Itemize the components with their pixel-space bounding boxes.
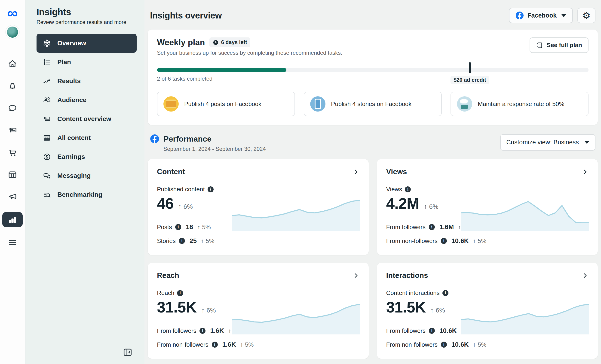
weekly-plan-card: Weekly plan 6 days left Set your busines… bbox=[148, 29, 598, 125]
metric-delta: ↑6% bbox=[178, 202, 192, 211]
trend-up-icon: ↑ bbox=[228, 327, 231, 335]
planner-table-icon[interactable] bbox=[7, 169, 19, 181]
metric-label: Content interactions bbox=[386, 289, 440, 297]
trend-up-icon: ↑ bbox=[473, 341, 476, 348]
notebook-icon bbox=[536, 42, 543, 49]
info-icon[interactable]: i bbox=[441, 238, 447, 244]
performance-header: Performance September 1, 2024 - Septembe… bbox=[148, 134, 598, 152]
performance-cards-grid: Content Published content i 46 ↑6% Posts… bbox=[148, 159, 598, 364]
sidebar-item-label: Overview bbox=[57, 39, 86, 47]
trend-up-icon: ↑ bbox=[424, 202, 427, 211]
performance-title: Performance bbox=[163, 134, 211, 144]
sidebar-item-label: Audience bbox=[57, 96, 86, 104]
metric-value: 46 bbox=[157, 195, 173, 212]
sparkline-chart bbox=[461, 194, 589, 231]
settings-gear-icon[interactable]: ⚙ bbox=[577, 8, 595, 23]
info-icon[interactable]: i bbox=[175, 224, 181, 230]
info-icon[interactable]: i bbox=[200, 328, 205, 334]
info-icon[interactable]: i bbox=[212, 342, 218, 348]
chevron-right-icon[interactable] bbox=[581, 168, 589, 175]
sidebar-item-label: Benchmarking bbox=[57, 191, 102, 198]
insights-sidebar: Insights Review performance results and … bbox=[25, 0, 144, 364]
sidebar-item-all-content[interactable]: All content bbox=[37, 128, 137, 147]
sidebar-item-overview[interactable]: Overview bbox=[37, 34, 137, 53]
sidebar-item-earnings[interactable]: Earnings bbox=[37, 147, 137, 166]
ads-megaphone-icon[interactable] bbox=[7, 191, 19, 203]
sidebar-item-label: Plan bbox=[57, 58, 71, 66]
metric-value: 31.5K bbox=[386, 298, 426, 316]
weekly-progress: 2 of 6 tasks completed $20 ad credit bbox=[157, 68, 589, 82]
posts-cards-icon[interactable] bbox=[7, 124, 19, 136]
ad-credit-label: $20 ad credit bbox=[450, 76, 489, 84]
meta-logo-icon: ∞ bbox=[7, 6, 18, 20]
sub-metric-row: From non-followersi 10.6K ↑5% bbox=[386, 341, 589, 348]
sidebar-item-audience[interactable]: Audience bbox=[37, 91, 137, 109]
info-icon[interactable]: i bbox=[441, 342, 447, 348]
card-title: Views bbox=[386, 167, 407, 176]
content-overview-icon bbox=[42, 115, 51, 123]
card-reach: Reach Reach i 31.5K ↑6% From followersi … bbox=[148, 263, 369, 359]
card-title: Interactions bbox=[386, 271, 428, 280]
info-icon[interactable]: i bbox=[208, 186, 214, 192]
sidebar-item-messaging[interactable]: Messaging bbox=[37, 166, 137, 185]
performance-date-range: September 1, 2024 - September 30, 2024 bbox=[163, 146, 266, 152]
home-icon[interactable] bbox=[7, 58, 19, 70]
sidebar-item-label: Results bbox=[57, 77, 81, 85]
main-header: Insights overview Facebook ⚙ bbox=[148, 0, 598, 29]
sidebar-item-benchmarking[interactable]: Benchmarking bbox=[37, 185, 137, 204]
sidebar-collapse-icon[interactable] bbox=[122, 347, 133, 357]
earnings-dollar-icon bbox=[42, 153, 51, 161]
sidebar-subtitle: Review performance results and more bbox=[37, 19, 137, 25]
metric-value: 31.5K bbox=[157, 298, 197, 316]
info-icon[interactable]: i bbox=[429, 328, 435, 334]
sparkline-chart bbox=[232, 297, 360, 335]
info-icon[interactable]: i bbox=[429, 224, 435, 230]
task-publish-posts[interactable]: Publish 4 posts on Facebook bbox=[157, 92, 295, 116]
info-icon[interactable]: i bbox=[177, 290, 183, 296]
info-icon[interactable]: i bbox=[442, 290, 449, 296]
all-content-table-icon bbox=[42, 134, 51, 142]
sidebar-item-label: All content bbox=[57, 134, 91, 142]
sidebar-item-results[interactable]: Results bbox=[37, 72, 137, 91]
sub-metric-row: From non-followersi 10.6K ↑5% bbox=[386, 237, 589, 245]
page-title: Insights overview bbox=[150, 11, 222, 20]
caret-down-icon bbox=[584, 141, 590, 144]
task-response-rate[interactable]: Maintain a response rate of 50% bbox=[451, 92, 589, 116]
commerce-cart-icon[interactable] bbox=[7, 146, 19, 158]
trend-up-icon: ↑ bbox=[431, 306, 434, 314]
customize-view-button[interactable]: Customize view: Business bbox=[500, 134, 595, 151]
see-full-plan-button[interactable]: See full plan bbox=[530, 38, 589, 53]
messages-chat-icon[interactable] bbox=[7, 102, 19, 114]
clock-icon bbox=[213, 39, 219, 46]
metric-delta: ↑6% bbox=[201, 306, 216, 314]
overview-network-icon bbox=[42, 39, 51, 48]
sidebar-item-content-overview[interactable]: Content overview bbox=[37, 109, 137, 128]
notifications-bell-icon[interactable] bbox=[7, 80, 19, 92]
chevron-right-icon[interactable] bbox=[581, 272, 589, 279]
sidebar-menu: Overview Plan Results Audience Content o… bbox=[37, 34, 137, 204]
chevron-right-icon[interactable] bbox=[352, 168, 360, 175]
response-task-icon bbox=[457, 96, 472, 112]
posts-task-icon bbox=[163, 96, 179, 112]
account-selector-button[interactable]: Facebook bbox=[509, 8, 573, 23]
rail-nav bbox=[2, 53, 23, 254]
info-icon[interactable]: i bbox=[179, 238, 185, 244]
task-list: Publish 4 posts on Facebook Publish 4 st… bbox=[157, 92, 589, 116]
weekly-plan-title: Weekly plan bbox=[157, 38, 205, 47]
messaging-bubbles-icon bbox=[42, 171, 51, 180]
chevron-right-icon[interactable] bbox=[352, 272, 360, 279]
trend-up-icon: ↑ bbox=[473, 238, 476, 245]
more-menu-icon[interactable] bbox=[7, 237, 19, 249]
sub-metric-row: Storiesi 25 ↑5% bbox=[157, 237, 360, 245]
card-views: Views Views i 4.2M ↑6% From followersi 1… bbox=[377, 159, 598, 255]
info-icon[interactable]: i bbox=[405, 186, 411, 192]
task-publish-stories[interactable]: Publish 4 stories on Facebook bbox=[304, 92, 442, 116]
insights-bar-chart-icon[interactable] bbox=[2, 212, 23, 227]
main-content: Insights overview Facebook ⚙ Weekly plan bbox=[144, 0, 601, 364]
avatar[interactable] bbox=[6, 25, 19, 39]
sidebar-title: Insights bbox=[37, 7, 137, 17]
sidebar-item-plan[interactable]: Plan bbox=[37, 53, 137, 72]
sub-metric-row: From non-followersi 1.6K ↑5% bbox=[157, 341, 360, 348]
metric-delta: ↑6% bbox=[424, 202, 438, 211]
trend-up-icon: ↑ bbox=[201, 306, 205, 314]
